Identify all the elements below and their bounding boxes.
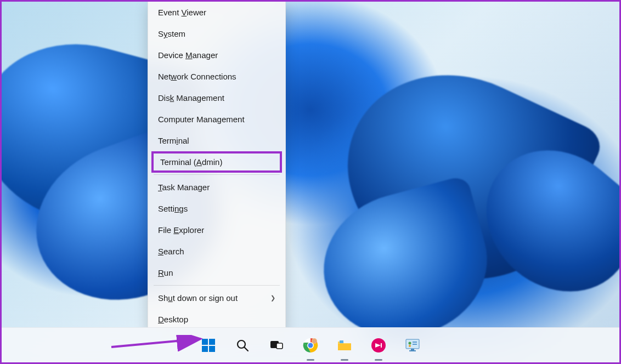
menu-item-label: Terminal bbox=[158, 135, 189, 146]
menu-separator bbox=[154, 174, 280, 175]
menu-item-label: Task Manager bbox=[158, 181, 210, 193]
screenpresso-icon bbox=[371, 338, 386, 353]
menu-item-file-explorer[interactable]: File Explorer bbox=[148, 219, 285, 241]
menu-item-device-manager[interactable]: Device Manager bbox=[148, 44, 285, 66]
menu-item-label: Settings bbox=[158, 203, 188, 214]
taskview-icon bbox=[269, 338, 284, 352]
menu-item-computer-management[interactable]: Computer Management bbox=[148, 109, 285, 130]
svg-point-19 bbox=[409, 342, 411, 344]
menu-item-label: Computer Management bbox=[158, 113, 245, 125]
svg-rect-0 bbox=[202, 339, 208, 345]
svg-rect-14 bbox=[340, 340, 343, 343]
menu-item-label: Search bbox=[158, 246, 184, 257]
menu-item-search[interactable]: Search bbox=[148, 241, 285, 262]
screenpresso-button[interactable] bbox=[368, 334, 389, 356]
svg-rect-3 bbox=[209, 346, 215, 352]
desktop-wallpaper bbox=[2, 2, 619, 362]
svg-rect-13 bbox=[338, 344, 351, 350]
menu-item-run[interactable]: Run bbox=[148, 262, 285, 283]
menu-item-settings[interactable]: Settings bbox=[148, 198, 285, 219]
chevron-right-icon: ❯ bbox=[270, 294, 275, 302]
menu-item-network-connections[interactable]: Network Connections bbox=[148, 66, 285, 87]
svg-rect-17 bbox=[411, 349, 414, 350]
menu-item-label: Desktop bbox=[158, 314, 188, 325]
file-explorer-button[interactable] bbox=[334, 334, 355, 356]
menu-item-disk-management[interactable]: Disk Management bbox=[148, 87, 285, 109]
windows-logo-icon bbox=[201, 338, 216, 352]
control-panel-icon bbox=[405, 338, 420, 352]
svg-rect-7 bbox=[276, 343, 283, 349]
svg-rect-1 bbox=[209, 339, 215, 345]
chrome-button[interactable] bbox=[300, 334, 321, 356]
search-icon bbox=[235, 338, 250, 352]
svg-line-5 bbox=[245, 347, 249, 351]
control-panel-button[interactable] bbox=[402, 334, 424, 356]
menu-item-label: Run bbox=[158, 267, 173, 278]
menu-item-label: Terminal (Admin) bbox=[160, 156, 222, 168]
menu-item-label: Device Manager bbox=[158, 49, 218, 61]
menu-item-label: Shut down or sign out bbox=[158, 292, 238, 304]
search-button[interactable] bbox=[232, 334, 253, 356]
menu-item-event-viewer[interactable]: Event Viewer bbox=[148, 2, 285, 23]
taskbar bbox=[2, 327, 619, 362]
menu-item-terminal[interactable]: Terminal bbox=[148, 130, 285, 151]
menu-item-label: Event Viewer bbox=[158, 7, 206, 18]
chrome-icon bbox=[303, 338, 318, 353]
menu-item-task-manager[interactable]: Task Manager bbox=[148, 177, 285, 198]
winx-context-menu: Event ViewerSystemDevice ManagerNetwork … bbox=[148, 1, 286, 333]
start-button[interactable] bbox=[197, 334, 219, 356]
menu-item-terminal-admin[interactable]: Terminal (Admin) bbox=[151, 151, 282, 173]
menu-item-label: System bbox=[158, 28, 185, 39]
svg-point-12 bbox=[312, 338, 317, 343]
svg-rect-18 bbox=[409, 350, 416, 351]
svg-rect-20 bbox=[413, 342, 417, 343]
svg-point-10 bbox=[308, 343, 313, 348]
menu-item-system[interactable]: System bbox=[148, 23, 285, 44]
menu-item-label: Disk Management bbox=[158, 92, 224, 104]
svg-rect-21 bbox=[413, 344, 417, 345]
folder-icon bbox=[337, 338, 352, 352]
menu-item-shut-down-or-sign-out[interactable]: Shut down or sign out❯ bbox=[148, 287, 285, 309]
menu-separator bbox=[154, 285, 280, 286]
svg-point-22 bbox=[409, 345, 411, 347]
menu-item-label: Network Connections bbox=[158, 71, 236, 82]
taskview-button[interactable] bbox=[266, 334, 287, 356]
menu-item-label: File Explorer bbox=[158, 224, 204, 236]
svg-rect-2 bbox=[202, 346, 208, 352]
